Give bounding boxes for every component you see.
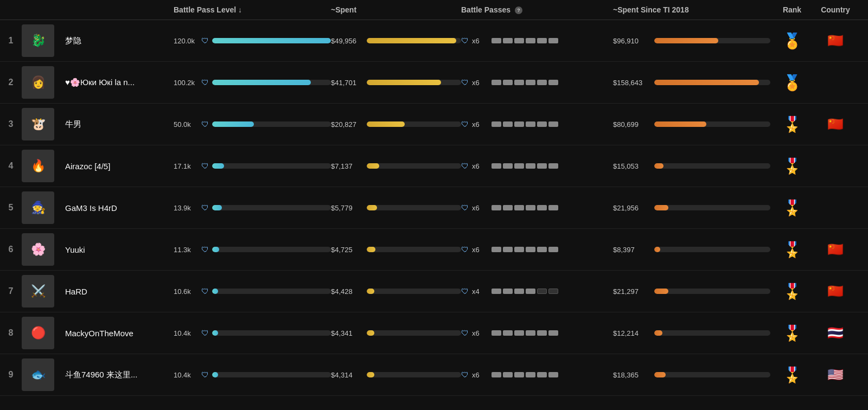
rank-icon-cell: 🎖️	[770, 199, 814, 217]
player-name[interactable]: HaRD	[65, 287, 87, 296]
avatar: 🔥	[22, 150, 65, 182]
bp-cell: 🛡 x4	[461, 287, 613, 296]
player-name[interactable]: 梦隐	[65, 36, 81, 45]
country-flag: 🇨🇳	[827, 242, 844, 257]
table-row: 7 ⚔️ HaRD 10.6k 🛡 $4,428	[0, 271, 868, 312]
spentTI-bar-fill	[654, 247, 660, 252]
spentTI-cell: $158,643	[613, 79, 770, 87]
level-number: 10.4k	[174, 329, 198, 337]
spentTI-amount: $15,053	[613, 162, 651, 170]
rank-badge-icon: 🎖️	[783, 366, 802, 384]
spentTI-bar-fill	[654, 289, 668, 294]
header-rankicon: Rank	[770, 5, 814, 14]
level-bar-track	[212, 163, 331, 169]
player-name[interactable]: Airazoc [4/5]	[65, 162, 110, 171]
bp-bars	[492, 330, 558, 336]
spent-bar-track	[367, 330, 461, 336]
level-number: 13.9k	[174, 204, 198, 212]
bp-bar-segment	[548, 247, 558, 252]
bp-bars	[492, 121, 558, 127]
table-header: Battle Pass Level ↓ ~Spent Battle Passes…	[0, 0, 868, 20]
player-name-cell: 梦隐	[65, 36, 174, 46]
bp-shield-icon: 🛡	[461, 287, 469, 296]
bplevel-cell: 13.9k 🛡	[174, 203, 331, 212]
rank-badge-icon: 🎖️	[783, 157, 802, 175]
player-name[interactable]: 斗鱼74960 来这里...	[65, 370, 137, 379]
bp-bar-segment	[548, 289, 558, 294]
bp-bar-segment	[492, 80, 501, 85]
bp-bar-segment	[548, 330, 558, 336]
spentTI-amount: $96,910	[613, 37, 651, 45]
bp-cell: 🛡 x6	[461, 78, 613, 87]
bp-bar-segment	[526, 372, 535, 377]
rank-icon-cell: 🏅	[770, 32, 814, 50]
level-bar-fill	[212, 372, 218, 377]
spent-bar-fill	[367, 289, 374, 294]
spent-bar-track	[367, 289, 461, 294]
country-flag: 🇹🇭	[827, 325, 844, 340]
country-flag-cell: 🇨🇳	[814, 117, 857, 132]
table-row: 4 🔥 Airazoc [4/5] 17.1k 🛡 $7,137	[0, 145, 868, 187]
spent-bar-track	[367, 372, 461, 377]
spentTI-bar-track	[654, 163, 770, 169]
spent-cell: $41,701	[331, 79, 461, 87]
player-name[interactable]: 牛男	[65, 119, 81, 129]
bp-count: x6	[472, 79, 488, 87]
bplevel-cell: 50.0k 🛡	[174, 120, 331, 129]
table-row: 2 👩 ♥🌸Юки Юкi la n... 100.2k 🛡 $41,701	[0, 62, 868, 104]
level-bar-track	[212, 289, 331, 294]
table-row: 8 🔴 MackyOnTheMove 10.4k 🛡 $4,341	[0, 312, 868, 354]
player-name[interactable]: Yuuki	[65, 245, 85, 254]
player-name-cell: Yuuki	[65, 245, 174, 254]
player-name-cell: MackyOnTheMove	[65, 329, 174, 338]
spentTI-bar-track	[654, 289, 770, 294]
spent-amount: $4,428	[331, 287, 363, 296]
player-name[interactable]: MackyOnTheMove	[65, 329, 133, 338]
avatar: 🧙	[22, 191, 65, 224]
avatar: 👩	[22, 66, 65, 99]
shield-icon: 🛡	[201, 203, 209, 212]
table-row: 3 🐮 牛男 50.0k 🛡 $20,827	[0, 104, 868, 145]
spent-amount: $4,314	[331, 371, 363, 379]
rank-badge-icon: 🎖️	[783, 199, 802, 217]
bp-cell: 🛡 x6	[461, 36, 613, 45]
bp-bar-segment	[492, 289, 501, 294]
player-name[interactable]: GaM3 Is H4rD	[65, 203, 117, 213]
header-spent: ~Spent	[331, 5, 461, 14]
player-name-cell: 斗鱼74960 来这里...	[65, 370, 174, 380]
spentTI-cell: $18,365	[613, 371, 770, 379]
bp-bar-segment	[548, 205, 558, 210]
spentTI-bar-fill	[654, 80, 759, 85]
spent-bar-track	[367, 205, 461, 210]
bp-help-icon[interactable]: ?	[515, 7, 522, 14]
spentTI-bar-track	[654, 247, 770, 252]
shield-icon: 🛡	[201, 329, 209, 337]
spent-amount: $5,779	[331, 204, 363, 212]
player-name[interactable]: ♥🌸Юки Юкi la n...	[65, 78, 135, 87]
spentTI-bar-track	[654, 80, 770, 85]
level-bar-track	[212, 38, 331, 43]
bp-bars	[492, 372, 558, 377]
bplevel-cell: 10.4k 🛡	[174, 370, 331, 379]
level-bar-fill	[212, 289, 218, 294]
level-bar-track	[212, 80, 331, 85]
rank-number: 3	[0, 119, 22, 129]
spentTI-cell: $12,214	[613, 329, 770, 337]
player-name-cell: Airazoc [4/5]	[65, 162, 174, 171]
bp-bar-segment	[514, 205, 524, 210]
bp-bar-segment	[492, 372, 501, 377]
avatar-image: 🌸	[22, 233, 54, 266]
header-bplevel: Battle Pass Level ↓	[174, 5, 331, 14]
spent-amount: $20,827	[331, 120, 363, 129]
rank-number: 7	[0, 286, 22, 296]
spent-bar-fill	[367, 372, 374, 377]
bplevel-cell: 10.6k 🛡	[174, 287, 331, 296]
rank-badge-icon: 🎖️	[783, 283, 802, 300]
avatar-image: ⚔️	[22, 275, 54, 308]
bp-bar-segment	[492, 247, 501, 252]
level-bar-track	[212, 205, 331, 210]
bp-cell: 🛡 x6	[461, 245, 613, 254]
spent-amount: $41,701	[331, 79, 363, 87]
bp-bar-segment	[526, 38, 535, 43]
bp-bar-segment	[548, 372, 558, 377]
